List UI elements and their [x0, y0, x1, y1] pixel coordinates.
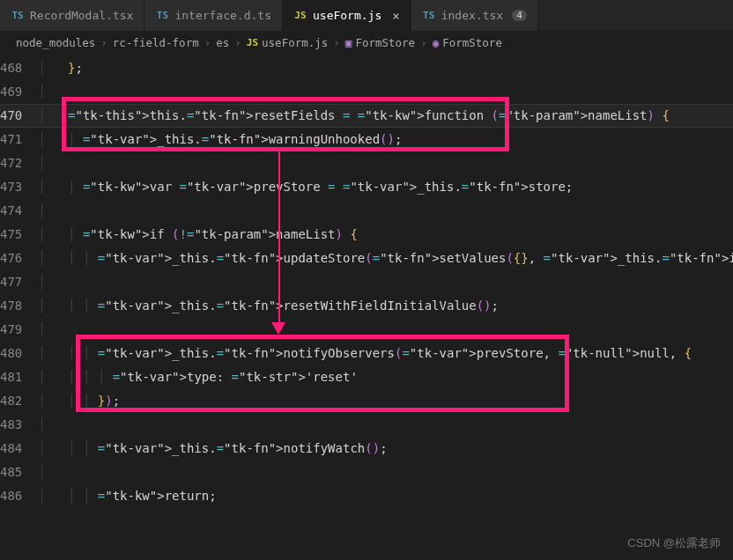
line-number: 473 — [0, 175, 22, 199]
code-line[interactable]: │ — [38, 461, 733, 484]
line-number: 478 — [0, 294, 22, 318]
line-number: 483 — [0, 413, 22, 437]
code-line[interactable]: │ │ │ }); — [38, 389, 733, 413]
watermark: CSDN @松露老师 — [627, 535, 721, 551]
typescript-icon: TS — [155, 9, 169, 23]
editor[interactable]: 4684694704714724734744754764774784794804… — [0, 53, 733, 508]
code-line[interactable]: │ │ │ ="tk-var">_this.="tk-fn">resetWith… — [38, 294, 733, 318]
breadcrumb-part[interactable]: useForm.js — [262, 36, 328, 49]
line-number: 479 — [0, 318, 22, 342]
tab-useform[interactable]: JS useForm.js × — [283, 0, 411, 31]
line-number: 480 — [0, 342, 22, 365]
code-line[interactable]: │ — [38, 318, 733, 342]
breadcrumb-part[interactable]: FormStore — [442, 36, 502, 49]
tab-label: index.tsx — [441, 9, 503, 22]
breadcrumb[interactable]: node_modules › rc-field-form › es › JS u… — [0, 32, 733, 53]
line-number: 485 — [0, 461, 22, 484]
symbol-icon: ▣ — [345, 36, 352, 49]
tab-label: interface.d.ts — [174, 9, 271, 22]
code-line[interactable]: │ │ ="tk-var">_this.="tk-fn">warningUnho… — [38, 128, 733, 151]
code-line[interactable]: │ — [38, 151, 733, 175]
code-line[interactable]: │ │ ="tk-kw">if (!="tk-param">nameList) … — [38, 223, 733, 247]
breadcrumb-part[interactable]: FormStore — [355, 36, 415, 49]
tab-label: RecordModal.tsx — [30, 9, 133, 22]
tab-label: useForm.js — [313, 9, 381, 22]
typescript-icon: TS — [422, 9, 436, 23]
code-line[interactable]: │ — [38, 80, 733, 104]
line-number: 475 — [0, 223, 22, 247]
line-number: 476 — [0, 247, 22, 270]
breadcrumb-part[interactable]: rc-field-form — [113, 36, 199, 49]
code-line[interactable]: │ }; — [38, 56, 733, 80]
line-number: 477 — [0, 270, 22, 294]
tab-recordmodal[interactable]: TS RecordModal.tsx — [0, 0, 144, 31]
line-number: 484 — [0, 437, 22, 461]
line-number: 469 — [0, 80, 22, 104]
tab-interface[interactable]: TS interface.d.ts — [144, 0, 283, 31]
line-number: 471 — [0, 128, 22, 151]
line-number: 468 — [0, 56, 22, 80]
close-icon[interactable]: × — [392, 9, 399, 23]
tabs-bar: TS RecordModal.tsx TS interface.d.ts JS … — [0, 0, 733, 32]
tab-index[interactable]: TS index.tsx 4 — [411, 0, 538, 31]
javascript-icon: JS — [247, 37, 258, 48]
code-line[interactable]: │ │ │ ="tk-var">_this.="tk-fn">updateSto… — [38, 247, 733, 270]
code-line[interactable]: │ — [38, 270, 733, 294]
code-line[interactable]: │ ="tk-this">this.="tk-fn">resetFields =… — [38, 104, 733, 128]
symbol-icon: ◉ — [433, 36, 440, 49]
breadcrumb-part[interactable]: es — [216, 36, 229, 49]
code-line[interactable]: │ │ ="tk-kw">var ="tk-var">prevStore = =… — [38, 175, 733, 199]
line-number: 481 — [0, 365, 22, 389]
chevron-right-icon: › — [233, 36, 243, 49]
javascript-icon: JS — [293, 9, 307, 23]
chevron-right-icon: › — [99, 36, 109, 49]
chevron-right-icon: › — [331, 36, 342, 49]
line-number: 474 — [0, 199, 22, 223]
code-line[interactable]: │ │ │ ="tk-kw">return; — [38, 484, 733, 508]
breadcrumb-part[interactable]: node_modules — [16, 36, 95, 49]
typescript-icon: TS — [11, 9, 25, 23]
line-number: 472 — [0, 151, 22, 175]
chevron-right-icon: › — [418, 36, 429, 49]
chevron-right-icon: › — [203, 36, 213, 49]
line-number: 486 — [0, 484, 22, 508]
code-line[interactable]: │ │ │ │ ="tk-var">type: ="tk-str">'reset… — [38, 365, 733, 389]
code-line[interactable]: │ — [38, 413, 733, 437]
tab-badge: 4 — [512, 10, 527, 21]
line-number: 482 — [0, 389, 22, 413]
code-area[interactable]: │ };│ │ ="tk-this">this.="tk-fn">resetFi… — [38, 56, 733, 508]
code-line[interactable]: │ — [38, 199, 733, 223]
code-line[interactable]: │ │ │ ="tk-var">_this.="tk-fn">notifyObs… — [38, 342, 733, 365]
code-line[interactable]: │ │ │ ="tk-var">_this.="tk-fn">notifyWat… — [38, 437, 733, 461]
